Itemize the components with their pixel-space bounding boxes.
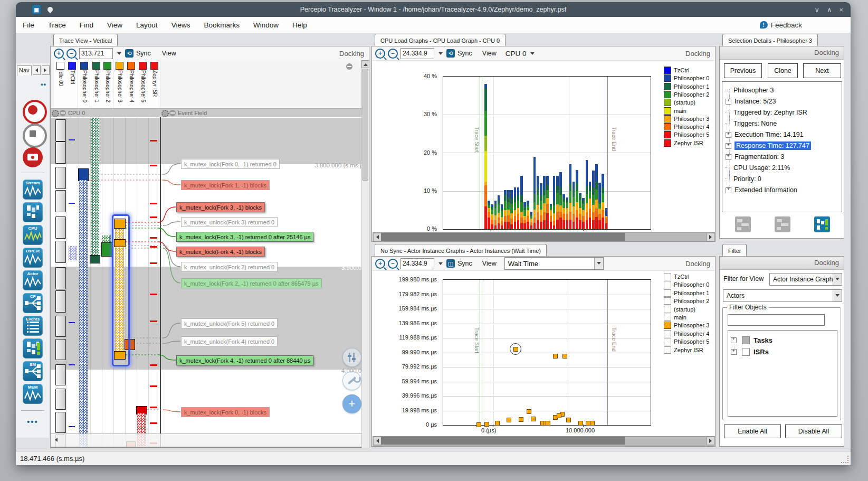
tree-row[interactable]: Fragmentation: 3 (724, 152, 840, 162)
menu-bookmarks[interactable]: Bookmarks (197, 18, 246, 32)
user-events-view-icon[interactable]: UsrEvt (23, 248, 43, 268)
scatter-point[interactable] (495, 421, 500, 426)
zoom-dropdown-icon[interactable] (437, 49, 444, 59)
menu-find[interactable]: Find (73, 18, 100, 32)
legend-item[interactable]: Philosopher 5 (664, 338, 714, 345)
scroll-left-icon[interactable] (373, 437, 381, 445)
legend-item[interactable]: Philosopher 1 (664, 83, 714, 90)
stop-button-icon[interactable] (23, 124, 47, 148)
legend-item[interactable]: Philosopher 2 (664, 297, 714, 305)
selection-tree[interactable]: Philosopher 3Instance: 5/23Triggered by:… (722, 81, 842, 212)
nav-tab[interactable]: Nav (17, 65, 32, 76)
actor-horizontal-scrollbar[interactable] (373, 436, 716, 446)
tab-cpu-load-graph[interactable]: CPU Load Graphs - CPU Load Graph - CPU 0 (375, 34, 505, 46)
enable-all-button[interactable]: Enable All (724, 425, 781, 438)
event-label[interactable]: k_mutex_lock(Fork 0, -1) blocks (181, 407, 270, 417)
event-label[interactable]: k_mutex_unlock(Fork 5) returned 0 (181, 318, 278, 328)
legend-item[interactable]: Philosopher 2 (664, 91, 714, 98)
field-collapse-icon[interactable] (169, 110, 176, 116)
dropdown-arrow-icon[interactable] (833, 290, 842, 301)
menu-help[interactable]: Help (285, 18, 314, 32)
view-settings-button[interactable] (342, 348, 361, 367)
expand-icon[interactable] (726, 187, 731, 193)
event-label[interactable]: k_mutex_lock(Fork 4, -1) blocks (176, 247, 265, 257)
tree-row[interactable]: Response Time: 127.747 (724, 140, 840, 151)
selection-details-view-button[interactable] (814, 216, 830, 232)
cpu-selector[interactable]: CPU 0 (505, 50, 527, 58)
expand-icon[interactable] (731, 349, 737, 355)
legend-item[interactable]: (startup) (664, 99, 714, 106)
expand-icon[interactable] (726, 154, 731, 160)
minimize-icon[interactable]: ∨ (814, 6, 819, 14)
event-label[interactable]: k_mutex_unlock(Fork 2) returned 0 (181, 262, 278, 272)
streaming-view-icon[interactable]: Stream (23, 180, 43, 200)
field-settings-icon[interactable] (52, 110, 59, 117)
event-label[interactable]: k_mutex_lock(Fork 1, -1) blocks (181, 180, 270, 190)
filter-category-dropdown[interactable]: Actors (723, 289, 842, 302)
filter-view-dropdown[interactable]: Actor Instance Graphs (769, 273, 842, 286)
tab-selection-details[interactable]: Selection Details - Philosopher 3 (722, 34, 818, 46)
legend-item[interactable]: TzCtrl (664, 273, 714, 280)
sidebar-overflow-dots[interactable]: •• (41, 80, 46, 88)
legend-item[interactable]: Philosopher 0 (664, 74, 714, 82)
filter-tree-row[interactable]: Tasks (730, 335, 835, 345)
view-menu[interactable]: View (482, 260, 497, 267)
event-label[interactable]: k_mutex_unlock(Fork 3) returned 0 (181, 217, 278, 227)
actor-graphs-view-icon[interactable]: Actor (23, 270, 43, 290)
docking-label[interactable]: Docking (685, 50, 710, 58)
cpu-horizontal-scrollbar[interactable] (373, 232, 716, 242)
feedback-button[interactable]: ! Feedback (760, 21, 802, 29)
collapse-icon[interactable] (346, 63, 352, 70)
legend-item[interactable]: Philosopher 3 (664, 322, 714, 329)
zoom-reset-button[interactable]: + (342, 394, 361, 413)
scatter-point[interactable] (484, 422, 489, 427)
menu-file[interactable]: File (16, 18, 41, 32)
state-machine-view-icon[interactable]: SM (23, 361, 43, 381)
scatter-point[interactable] (578, 421, 583, 426)
filter-objects-tree[interactable]: TasksISRs (728, 330, 837, 417)
zoom-dropdown-icon[interactable] (116, 49, 122, 59)
scatter-point[interactable] (566, 418, 571, 422)
scatter-point[interactable] (527, 409, 531, 414)
scroll-left-icon[interactable] (373, 233, 381, 241)
scatter-point[interactable] (546, 421, 550, 426)
nav-next-button[interactable] (42, 65, 50, 75)
tree-row[interactable]: Triggers: None (724, 118, 840, 129)
legend-item[interactable]: TzCtrl (664, 67, 714, 74)
zoom-dropdown-icon[interactable] (437, 259, 444, 269)
trace-view-icon[interactable] (23, 202, 43, 222)
scatter-point[interactable] (476, 422, 481, 427)
selected-instance-highlight[interactable] (112, 214, 130, 366)
legend-checkbox[interactable] (664, 330, 671, 337)
tree-row[interactable]: Extended Information (724, 185, 840, 195)
scatter-point[interactable] (557, 413, 561, 418)
event-label[interactable]: k_mutex_lock(Fork 2, -1) returned 0 afte… (181, 278, 322, 288)
zoom-out-icon[interactable] (388, 49, 398, 59)
expand-icon[interactable] (726, 143, 731, 149)
cpu-load-view-icon[interactable]: CPU (23, 225, 43, 245)
legend-item[interactable]: Philosopher 5 (664, 131, 714, 138)
expand-icon[interactable] (726, 99, 731, 105)
legend-checkbox[interactable] (664, 306, 671, 313)
cpu-selector-dropdown-icon[interactable] (529, 49, 536, 59)
legend-item[interactable]: main (664, 107, 714, 115)
dropdown-arrow-icon[interactable] (833, 273, 842, 285)
cpu-load-chart[interactable]: Trace StartTrace End (443, 76, 651, 230)
view-menu[interactable]: View (162, 50, 176, 57)
legend-checkbox[interactable] (664, 338, 671, 345)
event-log-view-icon[interactable]: Events (23, 316, 43, 336)
scroll-up-icon[interactable] (361, 60, 369, 68)
scatter-point[interactable] (507, 418, 511, 422)
event-label[interactable]: k_mutex_lock(Fork 4, -1) returned 0 afte… (176, 355, 313, 365)
menu-view[interactable]: View (100, 18, 129, 32)
legend-checkbox[interactable] (664, 281, 671, 288)
legend-checkbox[interactable] (664, 346, 671, 354)
tab-filter[interactable]: Filter (722, 244, 747, 257)
field-settings-icon[interactable] (161, 110, 169, 117)
actor-wait-time-chart[interactable]: Trace StartTrace End (443, 279, 651, 426)
legend-item[interactable]: Philosopher 4 (664, 330, 714, 337)
legend-item[interactable]: Zephyr ISR (664, 139, 714, 147)
scatter-point[interactable] (553, 354, 558, 359)
tree-row[interactable]: Triggered by: Zephyr ISR (724, 107, 840, 118)
view-menu[interactable]: View (482, 50, 497, 57)
